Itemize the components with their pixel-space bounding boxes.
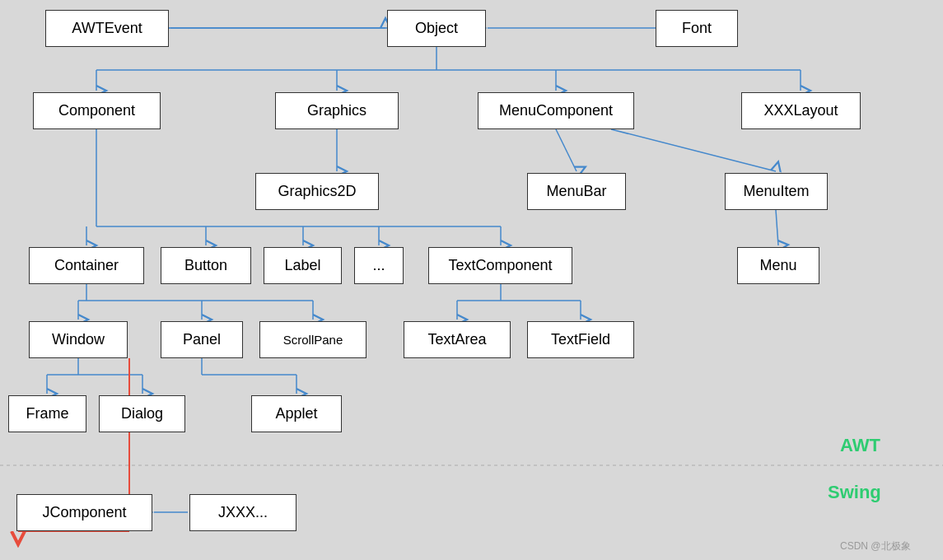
node-textfield: TextField (527, 321, 634, 358)
node-font: Font (656, 10, 738, 47)
node-scrollpane: ScrollPane (259, 321, 366, 358)
node-label: Label (264, 247, 342, 284)
node-menubar: MenuBar (527, 173, 626, 210)
node-panel: Panel (161, 321, 243, 358)
node-applet: Applet (251, 395, 342, 432)
node-menu: Menu (737, 247, 819, 284)
node-jxxx: JXXX... (189, 494, 296, 531)
node-object: Object (387, 10, 486, 47)
node-menuitem: MenuItem (725, 173, 828, 210)
node-textcomponent: TextComponent (428, 247, 572, 284)
node-jcomponent: JComponent (16, 494, 152, 531)
node-textarea: TextArea (404, 321, 511, 358)
diagram: AWTEvent Object Font Component Graphics … (0, 0, 943, 560)
node-component: Component (33, 92, 161, 129)
node-container: Container (29, 247, 144, 284)
node-window: Window (29, 321, 128, 358)
node-button: Button (161, 247, 251, 284)
node-dialog: Dialog (99, 395, 185, 432)
label-csdn: CSDN @北极象 (840, 539, 911, 553)
svg-line-12 (776, 210, 778, 245)
label-swing: Swing (828, 482, 881, 503)
node-graphics2d: Graphics2D (255, 173, 379, 210)
node-awtevent: AWTEvent (45, 10, 169, 47)
node-menucomponent: MenuComponent (478, 92, 634, 129)
svg-line-11 (611, 129, 776, 171)
node-graphics: Graphics (275, 92, 399, 129)
node-frame: Frame (8, 395, 86, 432)
node-ellipsis: ... (354, 247, 404, 284)
label-awt: AWT (840, 435, 880, 456)
node-xxxlayout: XXXLayout (741, 92, 861, 129)
svg-line-10 (556, 129, 577, 171)
